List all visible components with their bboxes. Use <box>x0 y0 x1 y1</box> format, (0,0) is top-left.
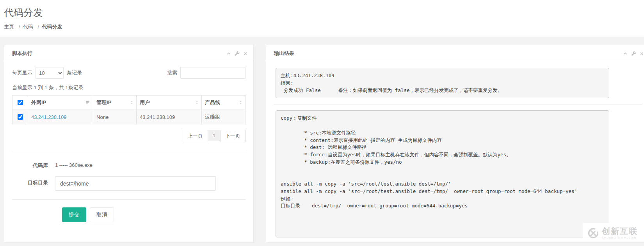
repo-label: 代码库 <box>12 159 55 169</box>
output-result-panel-title-bar: 输出结果 <box>266 45 644 61</box>
breadcrumb: 主页 / 代码 / 代码分发 <box>4 23 640 30</box>
script-exec-panel-content: 每页显示 10 条记录 搜索 当前显示 1 到 1 条，共 1条记录 外网IP <box>4 61 253 228</box>
records-info: 当前显示 1 到 1 条，共 1条记录 <box>12 84 246 91</box>
wrench-icon[interactable] <box>631 51 636 56</box>
panel-tools <box>226 51 247 56</box>
pagination-next-button[interactable]: 下一页 <box>220 130 246 142</box>
dest-dir-input[interactable] <box>55 176 216 191</box>
breadcrumb-code[interactable]: 代码 <box>23 24 33 30</box>
divider <box>12 199 246 200</box>
table-row: 43.241.238.109 None 43.241.238.109 运维组 <box>12 110 246 124</box>
wrench-icon[interactable] <box>235 51 240 56</box>
sort-desc-icon[interactable] <box>86 100 91 105</box>
column-header-wan-ip[interactable]: 外网IP <box>28 96 93 110</box>
close-icon[interactable] <box>243 51 247 56</box>
pagination-prev-button[interactable]: 上一页 <box>183 130 208 142</box>
column-label: 管理IP <box>96 99 111 105</box>
page-size-prefix-label: 每页显示 <box>12 69 32 76</box>
page-title: 代码分发 <box>4 6 640 19</box>
form-actions: 提交 取消 <box>12 207 246 222</box>
table-header-row: 外网IP 管理IP <box>12 96 246 110</box>
repo-value: 1 ----- 360se.exe <box>55 159 93 168</box>
sort-both-icon[interactable] <box>130 100 134 105</box>
collapse-icon[interactable] <box>623 51 628 56</box>
breadcrumb-separator: / <box>19 24 20 30</box>
column-label: 用户 <box>140 99 150 105</box>
cancel-button[interactable]: 取消 <box>90 207 114 222</box>
dispatch-result-output: 主机:43.241.238.109 结果: 分发成功 False 备注：如果前面… <box>276 68 609 98</box>
cell-mgmt-ip: None <box>93 110 137 124</box>
sort-both-icon[interactable] <box>238 100 243 105</box>
column-label: 产品线 <box>205 99 220 105</box>
panel-title: 输出结果 <box>274 50 294 57</box>
dest-label: 目标目录 <box>12 176 55 186</box>
column-header-product-line[interactable]: 产品线 <box>201 96 245 110</box>
watermark-subtitle: CHUANG XIN HULIAN <box>602 236 638 239</box>
cell-product-line: 运维组 <box>201 110 245 124</box>
output-result-panel-content: 主机:43.241.238.109 结果: 分发成功 False 备注：如果前面… <box>266 61 644 243</box>
row-checkbox[interactable] <box>18 114 23 120</box>
breadcrumb-home[interactable]: 主页 <box>4 24 14 30</box>
select-all-checkbox[interactable] <box>18 100 23 105</box>
breadcrumb-separator: / <box>38 24 39 30</box>
copy-module-help-output: copy：复制文件 * src:本地源文件路径 * content:表示直接用此… <box>276 110 609 237</box>
column-label: 外网IP <box>31 99 46 105</box>
search-label: 搜索 <box>167 69 177 76</box>
divider <box>274 104 642 104</box>
watermark-text: 创新互联 CHUANG XIN HULIAN <box>602 227 638 239</box>
hosts-table: 外网IP 管理IP <box>12 95 246 124</box>
sort-both-icon[interactable] <box>195 100 199 105</box>
divider <box>12 151 246 151</box>
panel-tools <box>623 51 644 56</box>
page-size-suffix-label: 条记录 <box>67 69 82 76</box>
cell-user: 43.241.238.109 <box>136 110 201 124</box>
breadcrumb-current: 代码分发 <box>42 23 62 30</box>
pagination-page-1[interactable]: 1 <box>208 130 221 141</box>
output-result-panel: 输出结果 主机:43.241.238.109 结果: 分发成功 False 备注… <box>266 45 644 242</box>
search-input[interactable] <box>180 67 246 79</box>
page-header: 代码分发 主页 / 代码 / 代码分发 <box>0 0 644 37</box>
dest-form-row: 目标目录 <box>12 176 246 191</box>
close-icon[interactable] <box>640 51 644 56</box>
collapse-icon[interactable] <box>226 51 231 56</box>
script-exec-panel: 脚本执行 每页显示 10 条记录 搜索 <box>4 45 254 242</box>
panel-title: 脚本执行 <box>12 50 32 57</box>
table-toolbar: 每页显示 10 条记录 搜索 <box>12 67 246 79</box>
page-size-select[interactable]: 10 <box>36 67 64 79</box>
watermark-name: 创新互联 <box>602 227 638 235</box>
column-header-mgmt-ip[interactable]: 管理IP <box>93 96 137 110</box>
column-header-user[interactable]: 用户 <box>136 96 201 110</box>
cxhl-logo-icon <box>587 227 599 239</box>
script-exec-panel-title-bar: 脚本执行 <box>4 45 253 61</box>
pagination-wrap: 上一页 1 下一页 <box>12 130 246 142</box>
submit-button[interactable]: 提交 <box>62 207 86 222</box>
pagination: 上一页 1 下一页 <box>183 130 246 142</box>
repo-form-row: 代码库 1 ----- 360se.exe <box>12 159 246 169</box>
watermark: 创新互联 CHUANG XIN HULIAN <box>583 223 642 242</box>
wan-ip-link[interactable]: 43.241.238.109 <box>31 114 66 120</box>
